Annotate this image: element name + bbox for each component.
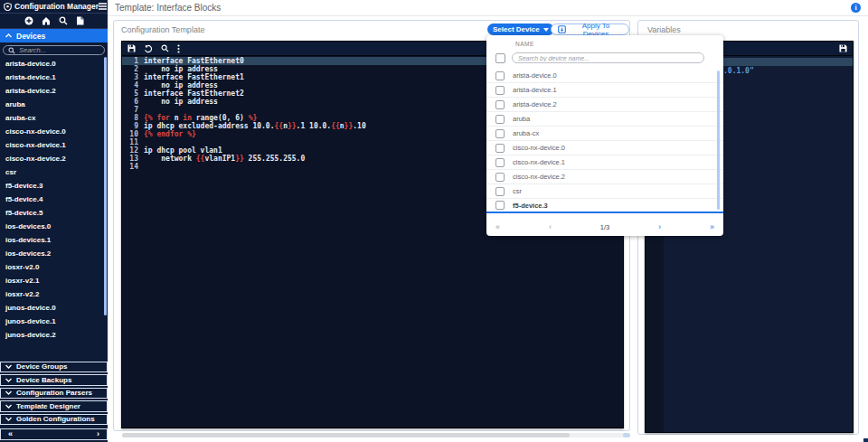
dropdown-device-row[interactable]: arista-device.0 bbox=[486, 69, 723, 83]
sidebar-device-item[interactable]: f5-device.5 bbox=[0, 206, 108, 220]
device-name-label: arista-device.0 bbox=[513, 71, 557, 80]
sidebar-device-item[interactable]: f5-device.4 bbox=[0, 193, 108, 206]
dropdown-device-row[interactable]: aruba-cx bbox=[486, 127, 723, 141]
dropdown-device-row[interactable]: cisco-nx-device.1 bbox=[486, 155, 723, 170]
sidebar-device-item[interactable]: iosxr-v2.1 bbox=[0, 274, 108, 287]
sidebar-device-item[interactable]: cisco-nx-device.0 bbox=[0, 125, 108, 138]
sidebar-collapse-bar: « › bbox=[0, 428, 108, 440]
next-page-button[interactable]: › bbox=[658, 222, 661, 231]
sidebar-device-item[interactable]: ios-devices.0 bbox=[0, 220, 108, 233]
sidebar-section-device-backups[interactable]: Device Backups bbox=[0, 374, 108, 386]
sidebar-device-item[interactable]: junos-device.2 bbox=[0, 328, 108, 339]
first-page-button[interactable]: « bbox=[495, 222, 500, 231]
search-icon[interactable] bbox=[161, 44, 169, 52]
sidebar-section-device-groups[interactable]: Device Groups bbox=[0, 362, 108, 373]
last-page-button[interactable]: » bbox=[710, 222, 714, 231]
collapse-sidebar-button[interactable]: « bbox=[8, 429, 13, 439]
dropdown-device-row[interactable]: arista-device.2 bbox=[486, 98, 723, 112]
save-icon[interactable] bbox=[839, 44, 847, 52]
add-circle-icon[interactable] bbox=[24, 16, 33, 25]
sidebar-device-item[interactable]: arista-device.0 bbox=[0, 57, 108, 71]
device-checkbox[interactable] bbox=[495, 86, 505, 95]
sidebar-device-list: arista-device.0arista-device.1arista-dev… bbox=[0, 57, 108, 339]
sidebar-section-template-designer[interactable]: Template Designer bbox=[0, 400, 108, 412]
sidebar-device-item[interactable]: arista-device.1 bbox=[0, 71, 108, 84]
variables-json-fragment[interactable]: .0.1.0" bbox=[723, 67, 754, 75]
sidebar-section-golden-configurations[interactable]: Golden Configurations bbox=[0, 414, 108, 426]
home-icon[interactable] bbox=[42, 16, 51, 25]
sidebar-bottom-sections: Device GroupsDevice BackupsConfiguration… bbox=[0, 362, 108, 428]
chevron-down-icon bbox=[5, 390, 12, 395]
sidebar-device-item[interactable]: cisco-nx-device.1 bbox=[0, 138, 108, 152]
sidebar-search-input[interactable] bbox=[19, 46, 99, 54]
device-checkbox[interactable] bbox=[495, 129, 505, 138]
info-icon[interactable]: i bbox=[851, 3, 861, 13]
device-checkbox[interactable] bbox=[495, 201, 505, 210]
app-logo-icon bbox=[4, 3, 12, 11]
device-checkbox[interactable] bbox=[495, 115, 505, 124]
page-header: Template: Interface Blocks i bbox=[108, 0, 868, 16]
dropdown-device-row[interactable]: csr bbox=[486, 184, 723, 199]
horizontal-scrollbar[interactable] bbox=[122, 433, 630, 437]
sidebar-section-devices[interactable]: Devices bbox=[0, 29, 108, 42]
dropdown-device-row[interactable]: cisco-nx-device.0 bbox=[486, 141, 723, 155]
brand-title: Configuration Manager bbox=[14, 2, 99, 11]
section-label: Template Designer bbox=[16, 402, 80, 410]
device-checkbox[interactable] bbox=[495, 100, 505, 109]
apply-to-devices-button[interactable]: Apply To Devices bbox=[551, 24, 629, 35]
sidebar-device-search[interactable] bbox=[3, 45, 105, 55]
search-icon[interactable] bbox=[59, 16, 68, 25]
expand-panel-button[interactable]: › bbox=[97, 429, 99, 439]
sidebar-device-item[interactable]: aruba bbox=[0, 98, 108, 111]
file-icon[interactable] bbox=[76, 16, 84, 25]
device-checkbox[interactable] bbox=[495, 173, 505, 182]
devices-header-label: Devices bbox=[16, 32, 45, 41]
device-checkbox[interactable] bbox=[495, 158, 505, 167]
sidebar-device-item[interactable]: cisco-nx-device.2 bbox=[0, 152, 108, 165]
brand-row: Configuration Manager bbox=[0, 0, 108, 14]
page-title: Template: Interface Blocks bbox=[115, 3, 851, 13]
line-number: 10 bbox=[122, 130, 144, 138]
sidebar-device-item[interactable]: csr bbox=[0, 165, 108, 179]
scrollbar-end-cap bbox=[623, 433, 630, 437]
more-options-icon[interactable] bbox=[177, 44, 180, 53]
dropdown-device-row[interactable]: f5-device.3 bbox=[486, 199, 723, 213]
scrollbar-thumb[interactable] bbox=[122, 433, 570, 437]
sidebar-device-item[interactable]: junos-device.1 bbox=[0, 315, 108, 328]
line-number: 5 bbox=[122, 89, 144, 98]
device-name-label: cisco-nx-device.1 bbox=[513, 158, 565, 166]
sidebar-device-item[interactable]: ios-devices.1 bbox=[0, 233, 108, 247]
sidebar-section-configuration-parsers[interactable]: Configuration Parsers bbox=[0, 388, 108, 400]
device-checkbox[interactable] bbox=[495, 144, 505, 153]
sidebar-device-item[interactable]: arista-device.2 bbox=[0, 84, 108, 98]
sidebar-scrollbar[interactable] bbox=[104, 57, 107, 315]
line-number: 1 bbox=[122, 57, 144, 65]
sidebar-device-item[interactable]: aruba-cx bbox=[0, 111, 108, 125]
dropdown-device-row[interactable]: cisco-nx-device.2 bbox=[486, 170, 723, 184]
sidebar-device-item[interactable]: iosxr-v2.2 bbox=[0, 287, 108, 301]
section-label: Configuration Parsers bbox=[16, 389, 92, 397]
dropdown-search-row bbox=[486, 51, 723, 65]
undo-icon[interactable] bbox=[144, 44, 153, 53]
device-name-search-input[interactable] bbox=[512, 52, 704, 63]
dropdown-device-row[interactable]: aruba bbox=[486, 112, 723, 127]
line-number: 6 bbox=[122, 98, 144, 106]
sidebar-device-item[interactable]: f5-device.3 bbox=[0, 179, 108, 193]
dropdown-scrollbar[interactable] bbox=[717, 71, 720, 210]
sidebar-device-item[interactable]: junos-device.0 bbox=[0, 301, 108, 315]
panel-title: Variables bbox=[647, 25, 681, 34]
dropdown-device-row[interactable]: arista-device.1 bbox=[486, 83, 723, 98]
hamburger-menu-icon[interactable] bbox=[99, 3, 107, 10]
select-device-button[interactable]: Select Device bbox=[487, 24, 554, 35]
save-icon[interactable] bbox=[127, 44, 136, 52]
sidebar-device-item[interactable]: iosxr-v2.0 bbox=[0, 260, 108, 274]
chevron-down-icon bbox=[5, 417, 12, 421]
sidebar-device-item[interactable]: ios-devices.2 bbox=[0, 247, 108, 260]
device-checkbox[interactable] bbox=[495, 187, 505, 196]
previous-page-button[interactable]: ‹ bbox=[549, 222, 552, 231]
line-number: 4 bbox=[122, 81, 144, 89]
line-number: 14 bbox=[122, 163, 144, 171]
device-name-label: aruba bbox=[513, 115, 530, 123]
select-all-checkbox[interactable] bbox=[495, 53, 505, 63]
device-checkbox[interactable] bbox=[495, 71, 505, 80]
